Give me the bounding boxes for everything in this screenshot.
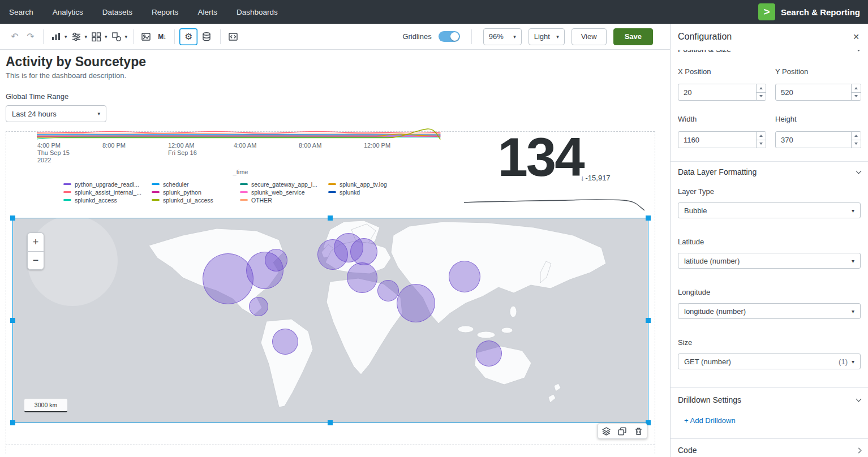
legend-label: splunk_python xyxy=(163,189,201,196)
longitude-select[interactable]: longitude (number) ▾ xyxy=(678,303,861,319)
height-input[interactable] xyxy=(775,131,861,148)
height-value[interactable] xyxy=(776,132,851,148)
undo-button[interactable]: ↶ xyxy=(7,28,23,45)
legend-label: splunkd_access xyxy=(75,197,117,204)
layer-type-value: Bubble xyxy=(684,206,707,215)
width-value[interactable] xyxy=(678,132,756,148)
section-drilldown-settings[interactable]: Drilldown Settings xyxy=(678,395,861,404)
source-editor-button[interactable] xyxy=(225,28,241,45)
add-layout-button[interactable]: ▾ xyxy=(88,28,108,45)
app-brand[interactable]: > Search & Reporting xyxy=(758,3,860,20)
duplicate-button[interactable] xyxy=(616,425,629,437)
map-bubble[interactable] xyxy=(397,284,435,322)
map-bubble[interactable] xyxy=(272,329,298,355)
dashboard-canvas[interactable]: Activity by Sourcetype This is for the d… xyxy=(0,50,670,457)
toggle-knob xyxy=(450,32,459,41)
legend-item[interactable]: splunkd_ui_access xyxy=(152,196,240,204)
spinner-up-button[interactable] xyxy=(852,84,861,93)
close-icon[interactable]: ✕ xyxy=(853,32,860,41)
nav-item-dashboards[interactable]: Dashboards xyxy=(237,8,278,16)
resize-handle-w[interactable] xyxy=(10,318,15,323)
zoom-select[interactable]: 96% ▾ xyxy=(483,28,522,45)
line-chart[interactable] xyxy=(37,126,441,143)
y-position-input[interactable] xyxy=(775,84,861,101)
section-code[interactable]: Code xyxy=(678,446,861,455)
map-panel[interactable]: + − 3000 km xyxy=(13,218,648,422)
nav-item-alerts[interactable]: Alerts xyxy=(197,8,217,16)
width-input[interactable] xyxy=(678,131,766,148)
add-input-button[interactable]: ▾ xyxy=(68,28,88,45)
layer-type-select[interactable]: Bubble ▾ xyxy=(678,202,861,218)
legend-item[interactable]: splunk_app_tv.log xyxy=(328,180,416,188)
spinner-down-button[interactable] xyxy=(852,140,861,148)
legend-swatch xyxy=(328,183,336,185)
resize-handle-e[interactable] xyxy=(646,318,651,323)
layers-icon xyxy=(602,427,611,436)
resize-handle-s[interactable] xyxy=(328,420,333,425)
toggle-config-panel-button[interactable]: ⚙ xyxy=(179,28,197,45)
legend-item[interactable]: splunkd_access xyxy=(63,196,152,204)
legend-label: python_upgrade_readi... xyxy=(75,181,139,188)
add-drilldown-link[interactable]: + Add Drilldown xyxy=(684,416,736,425)
chevron-down-icon xyxy=(856,50,862,51)
redo-button[interactable]: ↷ xyxy=(23,28,38,45)
legend-item[interactable]: secure_gateway_app_i... xyxy=(240,180,328,188)
map-bubble[interactable] xyxy=(350,238,377,265)
view-button[interactable]: View xyxy=(571,28,607,45)
resize-handle-nw[interactable] xyxy=(10,215,15,221)
legend-item[interactable]: OTHER xyxy=(240,196,328,204)
spinner-down-button[interactable] xyxy=(757,93,766,101)
nav-item-search[interactable]: Search xyxy=(9,8,33,16)
map-bubble[interactable] xyxy=(377,280,399,301)
delete-button[interactable] xyxy=(632,425,646,437)
layers-button[interactable] xyxy=(599,425,613,437)
config-panel-scroll[interactable]: Position & Size X Position Y Position xyxy=(671,50,868,457)
add-shape-button[interactable]: ▾ xyxy=(109,28,128,45)
save-button[interactable]: Save xyxy=(613,28,653,45)
map-bubble[interactable] xyxy=(347,262,377,293)
latitude-select[interactable]: latitude (number) ▾ xyxy=(678,253,861,269)
section-data-layer-formatting[interactable]: Data Layer Formatting xyxy=(678,167,861,176)
spinner-up-button[interactable] xyxy=(757,84,766,93)
map-bubble[interactable] xyxy=(449,261,480,292)
spinner-down-button[interactable] xyxy=(757,140,766,148)
zoom-out-button[interactable]: − xyxy=(27,251,44,270)
legend-item[interactable]: splunk_python xyxy=(152,188,240,196)
legend-item[interactable]: splunkd xyxy=(328,188,416,196)
spinner-up-button[interactable] xyxy=(757,132,766,140)
map-bubble[interactable] xyxy=(203,253,253,304)
theme-select[interactable]: Light ▾ xyxy=(528,28,565,45)
legend-item[interactable]: splunk_web_service xyxy=(240,188,328,196)
toggle-data-panel-button[interactable] xyxy=(197,28,216,45)
map-bubble[interactable] xyxy=(265,249,287,271)
legend-item[interactable]: splunk_assist_internal_... xyxy=(63,188,152,196)
splunk-logo-icon[interactable]: > xyxy=(758,3,775,20)
height-label: Height xyxy=(775,115,797,123)
x-position-value[interactable] xyxy=(678,84,756,100)
resize-handle-ne[interactable] xyxy=(646,215,651,221)
markdown-icon: M↓ xyxy=(158,33,166,41)
legend-item[interactable]: scheduler xyxy=(152,180,240,188)
map-bubble[interactable] xyxy=(249,297,268,316)
resize-handle-n[interactable] xyxy=(328,215,333,221)
add-chart-button[interactable]: ▾ xyxy=(48,28,67,45)
map-viewport[interactable]: + − 3000 km xyxy=(13,218,648,422)
add-markdown-button[interactable]: M↓ xyxy=(154,28,170,45)
map-bubble[interactable] xyxy=(476,340,502,367)
nav-item-datasets[interactable]: Datasets xyxy=(102,8,132,16)
spinner-up-button[interactable] xyxy=(852,132,861,140)
section-position-size[interactable]: Position & Size xyxy=(678,50,861,54)
y-position-value[interactable] xyxy=(776,84,851,100)
nav-item-analytics[interactable]: Analytics xyxy=(53,8,83,16)
size-select[interactable]: GET (number) (1) ▾ xyxy=(678,353,861,369)
spinner-down-button[interactable] xyxy=(852,93,861,101)
resize-handle-sw[interactable] xyxy=(10,420,15,425)
grid-guide xyxy=(6,445,655,445)
x-position-input[interactable] xyxy=(678,84,766,101)
gridlines-toggle[interactable] xyxy=(439,31,460,42)
add-image-button[interactable] xyxy=(138,28,154,45)
legend-item[interactable]: python_upgrade_readi... xyxy=(63,180,152,188)
nav-item-reports[interactable]: Reports xyxy=(152,8,178,16)
zoom-in-button[interactable]: + xyxy=(27,232,44,251)
time-range-select[interactable]: Last 24 hours ▾ xyxy=(6,105,106,122)
